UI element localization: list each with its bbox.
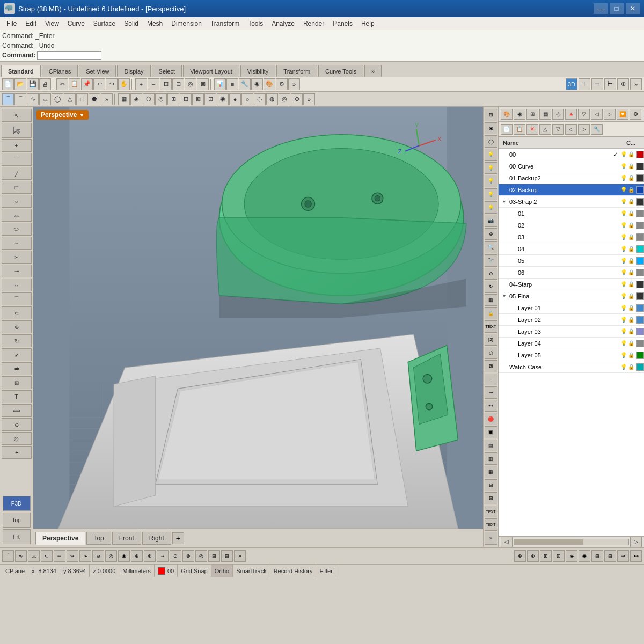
bb-curve9[interactable]: ◎ xyxy=(105,550,117,562)
viewport-area[interactable]: Perspective ▼ xyxy=(33,107,483,547)
layer-color-s01[interactable] xyxy=(636,210,644,217)
tb-draw5[interactable]: ◯ xyxy=(52,93,63,105)
ri-zoom2[interactable]: 🔭 xyxy=(485,254,497,267)
bb-r8[interactable]: ⊟ xyxy=(604,550,616,562)
bb-snap1[interactable]: ⊙ xyxy=(170,550,181,562)
tb-surf4[interactable]: ◎ xyxy=(155,93,167,105)
vp-tab-right[interactable]: Right xyxy=(142,532,171,545)
tb-new[interactable]: 📄 xyxy=(2,78,14,90)
ri-display3[interactable]: ◯ xyxy=(485,135,497,148)
tb-copy[interactable]: 📋 xyxy=(69,78,80,90)
lp-filter2[interactable]: ⚙ xyxy=(630,109,641,120)
menu-render[interactable]: Render xyxy=(299,19,328,28)
vp-tab-front[interactable]: Front xyxy=(112,532,141,545)
tb-right-ico[interactable]: ⊢ xyxy=(604,78,616,90)
bb-r3[interactable]: ⊠ xyxy=(540,550,552,562)
layer-row-watchcase[interactable]: Watch-Case 💡 🔒 xyxy=(499,361,644,373)
ri-zoom1[interactable]: 🔍 xyxy=(485,241,497,253)
bb-snap2[interactable]: ⊚ xyxy=(182,550,194,562)
lt-text[interactable]: T xyxy=(2,390,32,403)
bb-curve11[interactable]: ⊕ xyxy=(131,550,143,562)
layer-color-s02[interactable] xyxy=(636,222,644,229)
layer-color-wc[interactable] xyxy=(636,363,644,371)
layer-color-04st[interactable] xyxy=(636,281,644,288)
ri-display2[interactable]: ◉ xyxy=(485,122,497,135)
lt-offset[interactable]: ⊂ xyxy=(2,306,32,319)
lp-delete-layer[interactable]: ✕ xyxy=(526,124,538,135)
tab-transform[interactable]: Transform xyxy=(276,65,317,77)
tb-surf3[interactable]: ⬡ xyxy=(143,93,155,105)
bb-curve7[interactable]: ⌁ xyxy=(79,550,91,562)
minimize-button[interactable]: — xyxy=(594,3,608,14)
lt-array[interactable]: ⊞ xyxy=(2,376,32,389)
tb-zoom-win[interactable]: ⊟ xyxy=(172,78,184,90)
ri-text2[interactable]: [2] xyxy=(485,334,497,346)
lp-down[interactable]: ▽ xyxy=(552,124,564,135)
tb-redo[interactable]: ↪ xyxy=(106,78,118,90)
sb-layer[interactable]: 00 xyxy=(155,565,178,577)
command-input[interactable] xyxy=(37,51,101,60)
lt-dim[interactable]: ⟺ xyxy=(2,404,32,417)
tb-zoom-sel[interactable]: ◎ xyxy=(185,78,196,90)
tb-surf6[interactable]: ⊟ xyxy=(180,93,192,105)
tb-surf12[interactable]: ◌ xyxy=(254,93,266,105)
layer-color-l01[interactable] xyxy=(636,304,644,312)
layer-color-01b2[interactable] xyxy=(636,174,644,182)
tb-surf2[interactable]: ◈ xyxy=(130,93,142,105)
ri-light1[interactable]: 💡 xyxy=(485,149,497,161)
ri-light4[interactable]: 💡 xyxy=(485,188,497,201)
lt-split[interactable]: ⊸ xyxy=(2,265,32,277)
tb-top-ico[interactable]: ⊤ xyxy=(579,78,590,90)
ri-obj2[interactable]: ⊷ xyxy=(485,400,497,412)
tb-draw-more[interactable]: » xyxy=(101,93,113,105)
tb-surf8[interactable]: ⊡ xyxy=(204,93,216,105)
lt-fillet[interactable]: ⌒ xyxy=(2,292,32,305)
layer-row-04starp[interactable]: 04-Starp 💡 🔒 xyxy=(499,279,644,290)
sb-ortho[interactable]: Ortho xyxy=(211,565,233,577)
lt-select[interactable]: ↖ xyxy=(2,109,32,122)
sb-smart-track[interactable]: SmartTrack xyxy=(233,565,270,577)
ri-grid1[interactable]: ▦ xyxy=(485,294,497,306)
lp-render2[interactable]: ▽ xyxy=(578,109,590,120)
layer-color-s05[interactable] xyxy=(636,257,644,265)
tb-zoom-ext[interactable]: ⊞ xyxy=(160,78,172,90)
lp-display3[interactable]: ⊞ xyxy=(526,109,538,120)
tab-visibility[interactable]: Visibility xyxy=(240,65,276,77)
layer-row-00[interactable]: 00 ✓ 💡 🔒 xyxy=(499,149,644,160)
menu-transform[interactable]: Transform xyxy=(206,19,244,28)
lt-scale[interactable]: ⤢ xyxy=(2,348,32,361)
menu-dimension[interactable]: Dimension xyxy=(167,19,206,28)
ri-text3[interactable]: TEXT xyxy=(485,506,497,518)
lt-osnap[interactable]: ◎ xyxy=(2,432,32,445)
close-button[interactable]: ✕ xyxy=(626,3,640,14)
tb-front-ico[interactable]: ⊣ xyxy=(591,78,603,90)
layer-row-s01[interactable]: 01 💡 🔒 xyxy=(499,208,644,219)
menu-help[interactable]: Help xyxy=(357,19,379,28)
layer-color-05f[interactable] xyxy=(636,292,644,300)
tb-draw1[interactable]: ⌒ xyxy=(2,93,14,105)
menu-file[interactable]: File xyxy=(2,19,21,28)
layer-color-03s2[interactable] xyxy=(636,198,644,206)
perspective-view[interactable]: Perspective ▼ xyxy=(33,107,483,529)
lt-arc[interactable]: ⌓ xyxy=(2,209,32,222)
lp-new-layer[interactable]: 📄 xyxy=(501,124,513,135)
layer-color-l04[interactable] xyxy=(636,340,644,347)
tab-cplanes[interactable]: CPlanes xyxy=(42,65,78,77)
tb-surf7[interactable]: ⊠ xyxy=(192,93,204,105)
lp-tools[interactable]: 🔧 xyxy=(591,124,603,135)
ri-lock2[interactable]: 🔴 xyxy=(485,413,497,425)
sb-filter[interactable]: Filter xyxy=(316,565,336,577)
sb-cplane[interactable]: CPlane xyxy=(2,565,28,577)
bb-r6[interactable]: ◉ xyxy=(579,550,590,562)
layer-color-s06[interactable] xyxy=(636,269,644,276)
vp-tab-perspective[interactable]: Perspective xyxy=(35,532,85,545)
menu-solid[interactable]: Solid xyxy=(120,19,143,28)
layer-row-s06[interactable]: 06 💡 🔒 xyxy=(499,267,644,279)
bb-curve1[interactable]: ⌒ xyxy=(2,550,14,562)
tb-surf15[interactable]: ⊕ xyxy=(291,93,303,105)
tb-surf11[interactable]: ○ xyxy=(241,93,253,105)
ri-shade4[interactable]: ▦ xyxy=(485,466,497,478)
layer-color-02b[interactable] xyxy=(636,186,644,194)
layer-row-s04[interactable]: 04 💡 🔒 xyxy=(499,243,644,255)
tb-draw4[interactable]: ⌓ xyxy=(39,93,51,105)
